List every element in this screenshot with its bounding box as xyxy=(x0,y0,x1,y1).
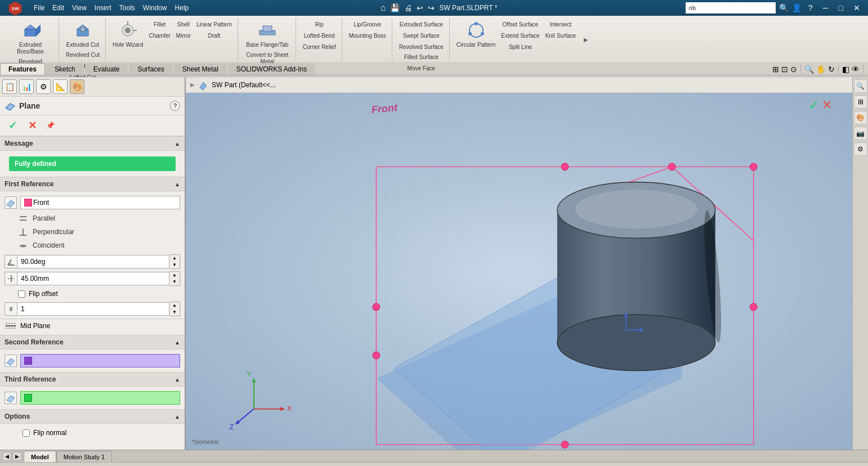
split-line-btn[interactable]: Split Line xyxy=(499,42,542,52)
lofted-bend-btn[interactable]: Lofted-Bend xyxy=(301,30,338,41)
right-btn-2[interactable]: ⊞ xyxy=(854,95,867,109)
tab-features[interactable]: Features xyxy=(0,63,45,75)
extruded-cut-btn[interactable]: Extruded Cut xyxy=(64,19,101,50)
pin-button[interactable]: 📌 xyxy=(44,120,57,131)
nav-left-btn[interactable]: ◀ xyxy=(2,452,11,461)
view-hide-icon[interactable]: 👁 xyxy=(852,65,860,74)
chamfer-btn[interactable]: Chamfer xyxy=(147,30,173,41)
tab-evaluate[interactable]: Evaluate xyxy=(85,63,128,75)
first-ref-input[interactable]: Front xyxy=(20,196,180,209)
dim-xpert-btn[interactable]: 📐 xyxy=(53,79,68,94)
ribbon-expand[interactable]: ▶ xyxy=(583,18,589,61)
options-section-header[interactable]: Options ▲ xyxy=(0,409,185,424)
angle-down-btn[interactable]: ▼ xyxy=(169,262,180,268)
tab-sheet-metal[interactable]: Sheet Metal xyxy=(174,63,227,75)
view-rotate-icon[interactable]: ↻ xyxy=(828,65,835,74)
offset-down-btn[interactable]: ▼ xyxy=(169,279,180,285)
display-manager-btn[interactable]: 🎨 xyxy=(70,79,84,94)
extend-surface-btn[interactable]: Extend Surface xyxy=(499,30,542,41)
menu-edit[interactable]: Edit xyxy=(49,3,68,13)
plane-help-btn[interactable]: ? xyxy=(170,101,180,111)
quick-undo-icon[interactable]: ↩ xyxy=(417,3,423,12)
intersect-btn[interactable]: Intersect xyxy=(543,19,578,29)
angle-up-btn[interactable]: ▲ xyxy=(169,255,180,262)
right-btn-4[interactable]: 📷 xyxy=(854,127,867,140)
viewport[interactable]: Front xyxy=(186,93,852,450)
rip-btn[interactable]: Rip xyxy=(301,19,338,29)
offset-surface-btn[interactable]: Offset Surface xyxy=(499,19,542,29)
quick-redo-icon[interactable]: ↪ xyxy=(428,3,435,12)
cancel-button[interactable]: ✕ xyxy=(24,118,41,133)
ok-button[interactable]: ✓ xyxy=(5,118,21,133)
tab-motion-study[interactable]: Motion Study 1 xyxy=(56,451,112,462)
view-zoom-icon[interactable]: 🔍 xyxy=(804,65,814,74)
view-2d-icon[interactable]: ⊡ xyxy=(781,65,788,74)
user-icon[interactable]: 👤 xyxy=(792,3,802,12)
count-input[interactable]: 1 xyxy=(17,302,169,316)
viewport-ok-btn[interactable]: ✓ xyxy=(808,97,820,113)
nav-right-btn[interactable]: ▶ xyxy=(12,452,21,461)
first-ref-header[interactable]: First Reference ▲ xyxy=(0,177,185,191)
view-pan-icon[interactable]: ✋ xyxy=(816,65,826,74)
filled-surface-btn[interactable]: Filled Surface xyxy=(400,52,442,62)
menu-view[interactable]: View xyxy=(69,3,90,13)
mirror-btn[interactable]: Mirror xyxy=(174,30,193,41)
quick-print-icon[interactable]: 🖨 xyxy=(404,3,412,12)
right-btn-3[interactable]: 🎨 xyxy=(854,111,867,124)
minimize-btn[interactable]: ─ xyxy=(820,3,832,12)
second-ref-input[interactable] xyxy=(20,354,180,368)
feature-manager-btn[interactable]: 📋 xyxy=(2,79,17,94)
maximize-btn[interactable]: □ xyxy=(835,3,847,12)
menu-tools[interactable]: Tools xyxy=(116,3,138,13)
perpendicular-option[interactable]: Perpendicular xyxy=(0,225,185,239)
menu-insert[interactable]: Insert xyxy=(91,3,115,13)
mounting-boss-btn[interactable]: Mounting Boss xyxy=(347,30,388,41)
search-icon[interactable]: 🔍 xyxy=(779,3,789,12)
tab-model[interactable]: Model xyxy=(24,451,56,462)
extruded-surface-btn[interactable]: Extruded Surface xyxy=(397,19,446,29)
view-display-icon[interactable]: ◧ xyxy=(842,65,849,74)
linear-pattern-btn[interactable]: Linear Pattern xyxy=(194,19,234,29)
flip-offset-checkbox[interactable] xyxy=(18,290,25,298)
flip-normal-label[interactable]: Flip normal xyxy=(33,429,66,437)
quick-save-icon[interactable]: 💾 xyxy=(390,3,400,12)
search-input[interactable] xyxy=(686,2,776,14)
coincident-option[interactable]: Coincident xyxy=(0,239,185,252)
tab-surfaces[interactable]: Surfaces xyxy=(129,63,172,75)
extruded-boss-btn[interactable]: Extruded Boss/Base xyxy=(6,19,55,56)
offset-input[interactable]: 45.00mm xyxy=(17,272,169,285)
config-manager-btn[interactable]: ⚙ xyxy=(36,79,51,94)
tab-sketch[interactable]: Sketch xyxy=(46,63,84,75)
count-up-btn[interactable]: ▲ xyxy=(169,302,180,309)
property-manager-btn[interactable]: 📊 xyxy=(19,79,34,94)
draft-btn[interactable]: Draft xyxy=(194,30,234,41)
revolved-cut-btn[interactable]: Revolved Cut xyxy=(64,50,102,60)
swept-surface-btn[interactable]: Swept Surface xyxy=(397,30,446,41)
base-flange-btn[interactable]: Base Flange/Tab xyxy=(244,19,290,50)
view-orient-icon[interactable]: ⊞ xyxy=(772,65,779,74)
parallel-option[interactable]: Parallel xyxy=(0,212,185,225)
quick-access-icon[interactable]: ⌂ xyxy=(381,3,386,13)
view-settings-icon[interactable]: ⊙ xyxy=(790,65,797,74)
revolved-surface-btn[interactable]: Revolved Surface xyxy=(397,42,446,52)
close-btn[interactable]: ✕ xyxy=(850,3,863,12)
fillet-btn[interactable]: Fillet xyxy=(147,19,173,29)
offset-up-btn[interactable]: ▲ xyxy=(169,272,180,279)
menu-file[interactable]: File xyxy=(30,3,48,13)
lip-groove-btn[interactable]: Lip/Groove xyxy=(347,19,388,29)
right-btn-5[interactable]: ⚙ xyxy=(854,142,867,156)
shell-btn[interactable]: Shell xyxy=(174,19,193,29)
viewport-cancel-btn[interactable]: ✕ xyxy=(822,98,832,113)
menu-window[interactable]: Window xyxy=(140,3,171,13)
knit-surface-btn[interactable]: Knit Surface xyxy=(543,30,578,41)
angle-input[interactable]: 90.0deg xyxy=(17,255,169,268)
flip-offset-label[interactable]: Flip offset xyxy=(29,290,58,298)
hole-wizard-btn[interactable]: Hole Wizard xyxy=(110,19,145,50)
message-section-header[interactable]: Message ▲ xyxy=(0,136,185,151)
second-ref-header[interactable]: Second Reference ▲ xyxy=(0,335,185,349)
third-ref-input[interactable] xyxy=(20,391,180,405)
circular-pattern-btn[interactable]: Circular Pattern xyxy=(454,19,498,52)
tree-expand-arrow[interactable]: ▶ xyxy=(190,82,195,88)
help-icon[interactable]: ? xyxy=(805,3,816,12)
flip-normal-checkbox[interactable] xyxy=(23,429,30,437)
